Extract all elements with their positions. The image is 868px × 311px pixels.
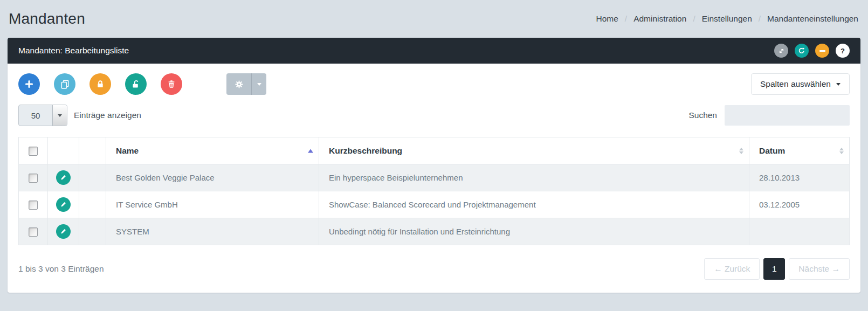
mandanten-panel: Mandanten: Bearbeitungsliste ? xyxy=(8,38,860,293)
panel-title: Mandanten: Bearbeitungsliste xyxy=(18,46,129,56)
cell-date: 28.10.2013 xyxy=(749,164,850,191)
row-checkbox[interactable] xyxy=(29,227,38,237)
panel-window-controls: ? xyxy=(774,44,850,58)
filter-row: 50 Einträge anzeigen Suchen xyxy=(18,105,850,126)
table-row: IT Service GmbH ShowCase: Balanced Score… xyxy=(19,191,850,218)
table-row: Best Golden Veggie Palace Ein hyperspace… xyxy=(19,164,850,191)
cell-spacer xyxy=(79,191,106,218)
cell-name: SYSTEM xyxy=(106,218,319,245)
spacer-column-header xyxy=(79,137,106,164)
chevron-down-icon xyxy=(58,114,62,117)
plus-icon xyxy=(24,79,34,89)
cell-description: Unbedingt nötig für Installation und Ers… xyxy=(319,218,749,245)
next-page-button[interactable]: Nächste → xyxy=(789,258,850,280)
page-length-arrow[interactable] xyxy=(52,105,67,126)
column-header-name[interactable]: Name xyxy=(106,137,319,164)
pagination: ← Zurück 1 Nächste → xyxy=(704,258,850,280)
cell-select xyxy=(19,191,48,218)
refresh-button[interactable] xyxy=(795,44,809,58)
row-checkbox[interactable] xyxy=(29,201,38,210)
cell-spacer xyxy=(79,164,106,191)
select-columns-label: Spalten auswählen xyxy=(760,79,831,89)
cell-spacer xyxy=(79,218,106,245)
topbar: Mandanten Home / Administration / Einste… xyxy=(0,0,868,38)
question-mark-icon: ? xyxy=(841,47,845,55)
chevron-down-icon xyxy=(836,83,841,86)
mandanten-table: Name Kurzbeschreibung Datum xyxy=(18,137,850,245)
column-header-kurzbeschreibung-label: Kurzbeschreibung xyxy=(329,146,402,155)
settings-dropdown-toggle[interactable] xyxy=(251,73,266,95)
column-header-datum[interactable]: Datum xyxy=(749,137,850,164)
sort-asc-icon xyxy=(308,149,313,153)
breadcrumb-separator: / xyxy=(693,14,695,24)
page-length-label: Einträge anzeigen xyxy=(74,110,141,120)
delete-button[interactable] xyxy=(161,73,182,95)
cell-edit xyxy=(48,164,79,191)
entries-summary: 1 bis 3 von 3 Einträgen xyxy=(18,264,104,274)
add-button[interactable] xyxy=(18,73,40,95)
select-columns-button[interactable]: Spalten auswählen xyxy=(751,73,850,95)
refresh-icon xyxy=(798,47,805,54)
cell-date xyxy=(749,218,850,245)
cell-edit xyxy=(48,218,79,245)
edit-row-button[interactable] xyxy=(56,224,71,239)
table-footer: 1 bis 3 von 3 Einträgen ← Zurück 1 Nächs… xyxy=(18,245,850,280)
breadcrumb: Home / Administration / Einstellungen / … xyxy=(596,14,858,24)
expand-button[interactable] xyxy=(774,44,788,58)
row-checkbox[interactable] xyxy=(29,174,38,183)
cell-edit xyxy=(48,191,79,218)
unlock-button[interactable] xyxy=(125,73,147,95)
column-header-datum-label: Datum xyxy=(759,146,785,155)
minus-icon xyxy=(819,50,825,52)
edit-column-header xyxy=(48,137,79,164)
cell-date: 03.12.2005 xyxy=(749,191,850,218)
panel-body: Spalten auswählen 50 Einträge anzeigen S… xyxy=(8,64,860,293)
gear-icon xyxy=(234,79,244,89)
cell-select xyxy=(19,164,48,191)
page-length-select[interactable]: 50 xyxy=(18,105,67,126)
current-page-button[interactable]: 1 xyxy=(763,258,785,280)
toolbar: Spalten auswählen xyxy=(18,73,850,95)
help-button[interactable]: ? xyxy=(836,44,850,58)
table-body: Best Golden Veggie Palace Ein hyperspace… xyxy=(19,164,850,245)
trash-icon xyxy=(167,79,176,89)
breadcrumb-einstellungen[interactable]: Einstellungen xyxy=(702,14,752,24)
breadcrumb-administration[interactable]: Administration xyxy=(633,14,686,24)
pencil-icon xyxy=(60,201,67,208)
copy-button[interactable] xyxy=(54,73,75,95)
search-label: Suchen xyxy=(688,110,717,120)
edit-row-button[interactable] xyxy=(56,197,71,212)
expand-arrows-icon xyxy=(778,47,785,54)
cell-select xyxy=(19,218,48,245)
breadcrumb-separator: / xyxy=(759,14,761,24)
cell-name: Best Golden Veggie Palace xyxy=(106,164,319,191)
pencil-icon xyxy=(60,174,67,181)
breadcrumb-current: Mandanteneinstellungen xyxy=(767,14,858,24)
page-title: Mandanten xyxy=(9,10,85,27)
table-row: SYSTEM Unbedingt nötig für Installation … xyxy=(19,218,850,245)
cell-description: Ein hyperspace Beispielunternehmen xyxy=(319,164,749,191)
open-lock-icon xyxy=(131,79,141,89)
chevron-down-icon xyxy=(257,83,261,86)
copy-pages-icon xyxy=(60,79,70,89)
cell-description: ShowCase: Balanced Scorecard und Projekt… xyxy=(319,191,749,218)
sort-both-icon xyxy=(839,148,844,154)
breadcrumb-home[interactable]: Home xyxy=(596,14,618,24)
page-length-value: 50 xyxy=(19,105,52,126)
table-header-row: Name Kurzbeschreibung Datum xyxy=(19,137,850,164)
select-all-header xyxy=(19,137,48,164)
settings-main[interactable] xyxy=(226,73,251,95)
search-input[interactable] xyxy=(725,105,850,126)
settings-split-button[interactable] xyxy=(226,73,266,95)
edit-row-button[interactable] xyxy=(56,170,71,185)
sort-both-icon xyxy=(739,148,743,154)
cell-name: IT Service GmbH xyxy=(106,191,319,218)
column-header-kurzbeschreibung[interactable]: Kurzbeschreibung xyxy=(319,137,749,164)
previous-page-button[interactable]: ← Zurück xyxy=(704,258,760,280)
search-area: Suchen xyxy=(688,105,850,126)
select-all-checkbox[interactable] xyxy=(29,147,38,156)
breadcrumb-separator: / xyxy=(625,14,627,24)
collapse-button[interactable] xyxy=(815,44,829,58)
panel-header: Mandanten: Bearbeitungsliste ? xyxy=(8,38,860,64)
lock-button[interactable] xyxy=(89,73,111,95)
